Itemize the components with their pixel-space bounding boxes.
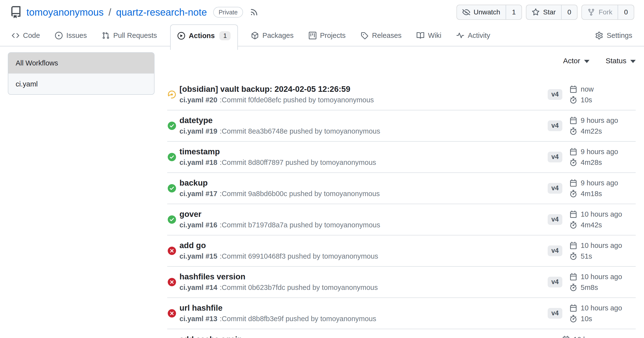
status-in-progress-icon [168,90,176,99]
workflow-run-row: add go ci.yaml #15:Commit 69910468f3 pus… [167,235,636,267]
run-duration: 5m8s [581,284,598,292]
repo-name-link[interactable]: quartz-research-note [116,7,207,18]
calendar-icon [570,210,577,218]
eye-closed-icon [462,8,470,16]
run-workflow-ref: ci.yaml #16 [180,221,217,229]
tab-settings[interactable]: Settings [594,24,634,46]
stopwatch-icon [570,128,577,135]
visibility-badge: Private [213,7,243,18]
tab-actions[interactable]: Actions 1 [170,24,238,50]
run-commit-detail: :Commit 69910468f3 pushed by tomoyanonym… [220,252,378,260]
run-time: 10 hours ago [581,242,622,250]
run-workflow-ref: ci.yaml #13 [180,315,217,323]
sidebar-item-label: All Workflows [16,59,58,67]
repo-owner-link[interactable]: tomoyanonymous [26,7,104,18]
run-title-link[interactable]: hashfiles version [180,271,548,282]
run-duration: 10s [581,96,592,104]
tab-issues[interactable]: Issues [53,24,89,46]
run-subtitle: ci.yaml #17:Commit 9a8bd6b00c pushed by … [180,188,548,199]
stopwatch-icon [570,96,577,104]
run-subtitle: ci.yaml #19:Commit 8ea3b6748e pushed by … [180,126,548,137]
run-title-link[interactable]: timestamp [180,146,548,157]
sidebar-item-ci-yaml[interactable]: ci.yaml [8,73,154,94]
tab-code[interactable]: Code [10,24,42,46]
pull-request-icon [102,32,110,39]
stopwatch-icon [570,284,577,291]
tab-activity[interactable]: Activity [454,24,492,46]
calendar-icon [570,148,577,155]
play-icon [178,32,185,39]
code-icon [12,32,19,39]
fork-icon [587,8,595,16]
breadcrumb-separator: / [108,7,111,18]
status-failure-icon [168,247,176,255]
chevron-down-icon [584,60,590,63]
run-workflow-ref: ci.yaml #14 [180,284,217,291]
actions-content: All Workflows ci.yaml Actor Status [0,46,644,338]
runner-version-badge: v4 [548,214,562,225]
tag-icon [361,32,368,39]
fork-button[interactable]: Fork 0 [582,5,634,20]
rss-feed-icon[interactable] [250,7,259,17]
tab-wiki[interactable]: Wiki [415,24,443,46]
workflow-run-row: gover ci.yaml #16:Commit b7197d8a7a push… [167,204,636,235]
star-label: Star [543,8,556,16]
run-time: now [581,85,594,93]
stars-count[interactable]: 0 [561,5,577,19]
gear-icon [595,32,603,39]
run-duration: 4m42s [581,221,602,229]
actor-filter-dropdown[interactable]: Actor [563,57,590,65]
tab-releases[interactable]: Releases [359,24,404,46]
run-title-link[interactable]: [obsidian] vault backup: 2024-02-05 12:2… [180,84,548,95]
run-workflow-ref: ci.yaml #17 [180,190,217,197]
stopwatch-icon [570,253,577,260]
runner-version-badge: v4 [548,89,562,100]
status-filter-dropdown[interactable]: Status [606,57,636,65]
runner-version-badge: v4 [548,245,562,256]
forks-count[interactable]: 0 [618,5,634,19]
run-time: 10 hours ago [581,304,622,312]
run-title-link[interactable]: gover [180,209,548,220]
runner-version-badge: v4 [548,183,562,194]
run-duration: 4m28s [581,159,602,167]
run-title-link[interactable]: datetype [180,115,548,126]
run-duration: 10s [581,315,592,323]
tab-projects[interactable]: Projects [307,24,348,46]
run-title-link[interactable]: url hashfile [180,303,548,313]
run-commit-detail: :Commit 9a8bd6b00c pushed by tomoyanonym… [220,190,380,197]
runner-version-badge: v4 [548,120,562,131]
repo-header: tomoyanonymous / quartz-research-note Pr… [0,0,644,24]
run-title-link[interactable]: backup [180,177,548,188]
repo-book-icon [10,6,22,18]
github-actions-page: tomoyanonymous / quartz-research-note Pr… [0,0,644,338]
stopwatch-icon [570,221,577,229]
stopwatch-icon [570,315,577,322]
status-failure-icon [168,278,176,286]
run-title-link[interactable]: add cache again [180,334,548,338]
status-failure-icon [168,309,176,318]
runs-main: Actor Status [obsidian] vault backup: 20… [167,52,636,338]
runner-version-badge: v4 [548,308,562,319]
fork-label: Fork [598,8,612,16]
star-button[interactable]: Star 0 [526,5,578,20]
workflow-run-row: backup ci.yaml #17:Commit 9a8bd6b00c pus… [167,173,636,204]
workflows-sidebar: All Workflows ci.yaml [8,52,154,95]
package-icon [251,32,259,39]
status-filter-label: Status [606,57,626,65]
sidebar-item-all-workflows[interactable]: All Workflows [8,53,154,73]
run-duration: 4m22s [581,127,602,135]
run-subtitle: ci.yaml #14:Commit 0b623b7fdc pushed by … [180,282,548,293]
unwatch-label: Unwatch [474,8,500,16]
run-commit-detail: :Commit 8ea3b6748e pushed by tomoyanonym… [220,127,380,135]
runner-version-badge: v4 [548,277,562,287]
tab-packages[interactable]: Packages [249,24,295,46]
run-commit-detail: :Commit 8d80ff7897 pushed by tomoyanonym… [220,159,376,166]
watchers-count[interactable]: 1 [506,5,522,19]
repo-action-buttons: Unwatch 1 Star 0 Fork 0 [456,5,634,20]
status-success-icon [168,153,176,161]
unwatch-button[interactable]: Unwatch 1 [456,5,522,20]
tab-pull-requests[interactable]: Pull Requests [100,24,159,46]
run-time: 9 hours ago [581,148,618,156]
run-time: 10 hours ago [581,210,622,218]
run-title-link[interactable]: add go [180,240,548,251]
